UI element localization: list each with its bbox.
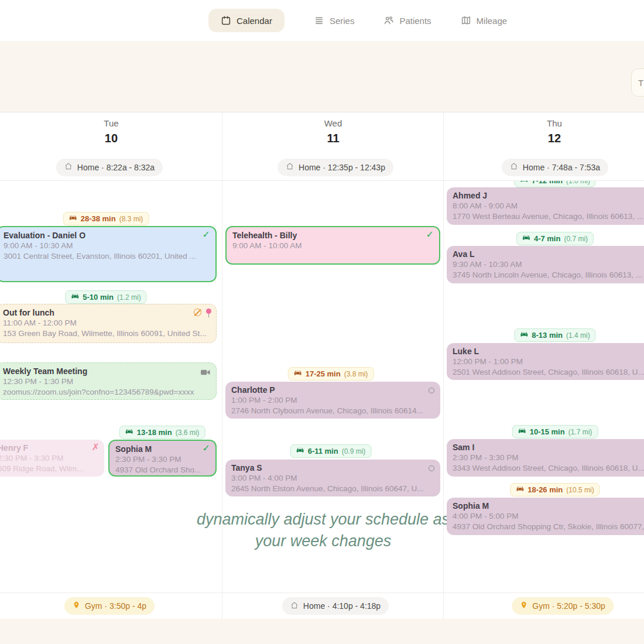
commute-pill-home-wed[interactable]: Home · 12:35p - 12:43p	[278, 159, 393, 176]
column-divider	[222, 112, 222, 154]
bottom-strip	[0, 619, 644, 644]
day-date: 10	[104, 131, 118, 146]
event-time: 9:00 AM - 10:30 AM	[4, 241, 210, 251]
tab-mileage[interactable]: Mileage	[461, 15, 508, 26]
event-sophia-m-thu[interactable]: Sophia M 4:00 PM - 5:00 PM 4937 Old Orch…	[447, 498, 644, 535]
event-location: 2645 North Elston Avenue, Chicago, Illin…	[231, 484, 434, 494]
tagline: dynamically adjust your schedule as your…	[197, 509, 450, 552]
travel-distance: (1.4 mi)	[566, 331, 590, 340]
event-charlotte-p[interactable]: Charlotte P 1:00 PM - 2:00 PM 2746 North…	[225, 382, 440, 419]
column-divider	[443, 154, 444, 180]
car-icon	[520, 330, 528, 340]
event-time: 3:00 PM - 4:00 PM	[231, 473, 434, 484]
travel-badge: 8-13 min (1.4 mi)	[514, 328, 595, 342]
car-icon	[71, 292, 79, 302]
evening-commute-row: Gym · 3:50p - 4p Home · 4:10p - 4:18p Gy…	[0, 592, 644, 619]
pin-icon	[205, 309, 211, 318]
tab-label: Calendar	[237, 16, 272, 26]
event-weekly-team-meeting[interactable]: Weekly Team Meeting 12:30 PM - 1:30 PM z…	[0, 362, 217, 400]
commute-pill-label: Gym · 5:20p - 5:30p	[532, 601, 605, 611]
travel-range: 28-38 min	[81, 214, 116, 223]
status-circle-icon	[429, 465, 434, 471]
day-date: 11	[324, 131, 342, 146]
home-icon	[286, 162, 294, 172]
event-out-for-lunch[interactable]: Out for lunch 11:00 AM - 12:00 PM 153 Gr…	[0, 304, 217, 343]
toolbar-band: T	[0, 41, 644, 112]
calendar-grid: dynamically adjust your schedule as your…	[0, 181, 644, 592]
confirmed-check-icon: ✓	[426, 230, 434, 239]
event-telehealth-billy[interactable]: Telehealth - Billy 9:00 AM - 10:00 AM ✓	[225, 226, 440, 265]
event-ahmed-j[interactable]: Ahmed J 8:00 AM - 9:00 AM 1770 West Bert…	[447, 187, 644, 225]
location-pin-icon	[73, 601, 80, 611]
travel-range: 5-10 min	[83, 293, 114, 302]
event-location: 3745 North Lincoln Avenue, Chicago, Illi…	[453, 270, 644, 280]
event-title: Sophia M	[453, 501, 644, 511]
event-location: 3343 West Addison Street, Chicago, Illin…	[453, 463, 644, 474]
event-title: Luke L	[453, 346, 644, 357]
today-button[interactable]: T	[631, 68, 644, 97]
travel-range: 13-18 min	[137, 428, 172, 437]
event-time: 9:00 AM - 10:00 AM	[232, 241, 433, 251]
confirmed-check-icon: ✓	[203, 444, 210, 453]
event-location: 4937 Old Orchard Sho...	[115, 465, 210, 475]
event-title: Weekly Team Meeting	[3, 366, 210, 376]
commute-pill-home-tue[interactable]: Home · 8:22a - 8:32a	[56, 159, 163, 176]
event-title: Tanya S	[231, 463, 434, 473]
day-header-tue: Tue 10	[104, 118, 118, 146]
commute-pill-label: Home · 12:35p - 12:43p	[299, 163, 385, 172]
commute-pill-label: Home · 7:48a - 7:53a	[523, 163, 600, 172]
travel-range: 4-7 min	[534, 234, 561, 243]
tagline-line2: your week changes	[197, 530, 450, 552]
event-title: Evaluation - Daniel O	[4, 230, 210, 241]
travel-distance: (1.7 mi)	[568, 428, 592, 436]
travel-distance: (0.9 mi)	[342, 447, 366, 455]
day-header-wed: Wed 11	[324, 118, 342, 146]
travel-badge: 4-7 min (0.7 mi)	[516, 232, 594, 245]
travel-range: 7-12 min	[532, 181, 563, 185]
event-title: Ahmed J	[453, 190, 644, 201]
car-icon	[69, 214, 77, 224]
car-icon	[125, 427, 133, 437]
event-time: 2:30 PM - 3:30 PM	[115, 454, 210, 465]
event-title: Sam I	[453, 442, 644, 453]
commute-pill-gym-thu[interactable]: Gym · 5:20p - 5:30p	[512, 597, 614, 615]
event-time: 1:00 PM - 2:00 PM	[231, 395, 434, 406]
car-icon	[518, 427, 526, 437]
event-time: 4:00 PM - 5:00 PM	[453, 511, 644, 522]
event-sophia-m-tue[interactable]: Sophia M 2:30 PM - 3:30 PM 4937 Old Orch…	[108, 440, 217, 477]
travel-distance: (0.7 mi)	[564, 235, 588, 243]
travel-distance: (10.5 mi)	[566, 486, 594, 494]
home-icon	[64, 162, 73, 172]
commute-pill-home-thu[interactable]: Home · 7:48a - 7:53a	[502, 159, 608, 176]
event-evaluation-daniel-o[interactable]: Evaluation - Daniel O 9:00 AM - 10:30 AM…	[0, 226, 217, 282]
tab-series[interactable]: Series	[314, 15, 355, 26]
travel-badge: 28-38 min (8.3 mi)	[63, 212, 149, 225]
tab-calendar[interactable]: Calendar	[208, 9, 285, 32]
home-icon	[290, 601, 299, 611]
day-name: Tue	[104, 118, 118, 129]
travel-distance: (1.2 mi)	[117, 293, 141, 302]
app-screen: Calendar Series Patients Mileage	[0, 0, 644, 644]
status-circle-icon	[429, 388, 434, 393]
commute-pill-gym-tue[interactable]: Gym · 3:50p - 4p	[64, 597, 155, 615]
travel-distance: (3.6 mi)	[176, 429, 200, 437]
car-icon	[296, 446, 304, 456]
travel-badge: 10-15 min (1.7 mi)	[512, 425, 598, 439]
commute-pill-home-wed-evening[interactable]: Home · 4:10p - 4:18p	[282, 597, 389, 615]
event-title: Sophia M	[115, 444, 210, 454]
event-ava-l[interactable]: Ava L 9:30 AM - 10:30 AM 3745 North Linc…	[447, 246, 644, 283]
travel-range: 8-13 min	[532, 331, 563, 340]
travel-distance: (8.3 mi)	[119, 215, 143, 223]
commute-pill-label: Home · 8:22a - 8:32a	[77, 163, 155, 172]
event-tanya-s[interactable]: Tanya S 3:00 PM - 4:00 PM 2645 North Els…	[225, 460, 440, 496]
event-henry-f-cancelled[interactable]: Henry F 2:30 PM - 3:30 PM 609 Ridge Road…	[0, 440, 104, 477]
event-sam-i[interactable]: Sam I 2:30 PM - 3:30 PM 3343 West Addiso…	[447, 439, 644, 477]
patients-people-icon	[383, 15, 394, 26]
tab-label: Series	[330, 16, 355, 26]
series-list-icon	[314, 15, 324, 26]
tab-patients[interactable]: Patients	[383, 15, 431, 26]
morning-commute-row: Home · 8:22a - 8:32a Home · 12:35p - 12:…	[0, 154, 644, 181]
event-luke-l[interactable]: Luke L 12:00 PM - 1:00 PM 2501 West Addi…	[447, 343, 644, 380]
travel-distance: (1.0 mi)	[566, 181, 590, 185]
car-icon	[294, 369, 302, 379]
